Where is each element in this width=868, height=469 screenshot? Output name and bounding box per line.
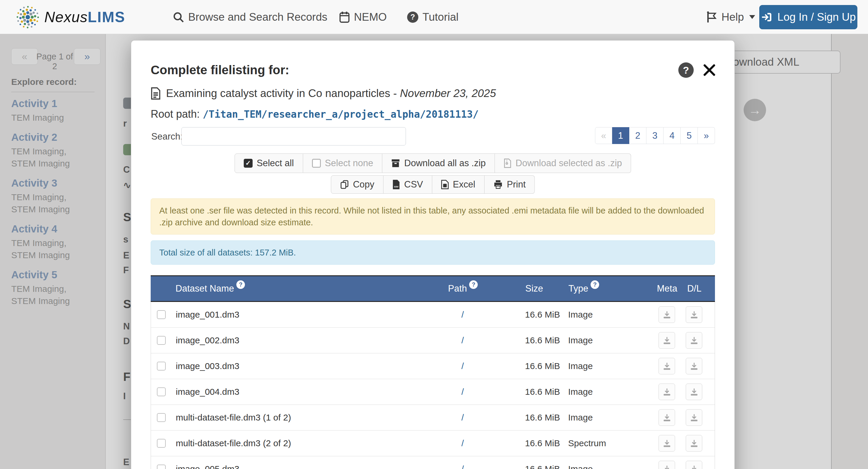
row-checkbox[interactable] bbox=[157, 310, 166, 319]
file-csv-icon: csv bbox=[392, 180, 400, 189]
nav-nemo[interactable]: NEMO bbox=[339, 0, 387, 34]
nav-help-dropdown[interactable]: Help bbox=[707, 0, 755, 34]
header-size[interactable]: Size bbox=[491, 283, 565, 294]
navbar: NexusLIMS Browse and Search Records NEMO… bbox=[0, 0, 868, 34]
download-icon bbox=[690, 336, 698, 345]
filelisting-table: Dataset Name? Path? Size Type? Meta D/L … bbox=[151, 275, 715, 469]
row-checkbox[interactable] bbox=[157, 336, 166, 345]
dataset-size: 16.6 MiB bbox=[491, 464, 565, 469]
dataset-download-button[interactable] bbox=[686, 306, 702, 323]
table-body: image_001.dm3 / 16.6 MiB Image image_002… bbox=[151, 302, 715, 469]
dataset-type: Image bbox=[565, 387, 653, 397]
table-row: image_005.dm3 / 16.6 MiB Image bbox=[151, 456, 715, 469]
dataset-path-link[interactable]: / bbox=[462, 464, 464, 469]
download-icon bbox=[663, 388, 671, 396]
help-badge-icon[interactable]: ? bbox=[469, 280, 478, 289]
row-checkbox[interactable] bbox=[157, 413, 166, 422]
download-icon bbox=[690, 362, 698, 370]
select-all-button[interactable]: ✓ Select all bbox=[235, 153, 303, 173]
pagination-page-1-button[interactable]: 1 bbox=[612, 127, 629, 144]
dataset-download-button[interactable] bbox=[686, 409, 702, 426]
download-icon bbox=[690, 439, 698, 447]
row-checkbox[interactable] bbox=[157, 465, 166, 469]
dataset-size: 16.6 MiB bbox=[491, 335, 565, 345]
dataset-path-link[interactable]: / bbox=[462, 310, 464, 319]
modal-close-icon[interactable] bbox=[703, 63, 716, 77]
help-badge-icon[interactable]: ? bbox=[236, 280, 245, 289]
file-zip-icon bbox=[504, 158, 512, 168]
dataset-download-button[interactable] bbox=[686, 358, 702, 374]
login-arrow-icon bbox=[761, 11, 773, 23]
dataset-path-link[interactable]: / bbox=[462, 438, 464, 448]
print-button[interactable]: Print bbox=[485, 175, 535, 194]
download-icon bbox=[663, 465, 671, 469]
pagination-page-3-button[interactable]: 3 bbox=[646, 127, 663, 144]
meta-download-button[interactable] bbox=[658, 358, 675, 374]
download-selected-zip-button[interactable]: Download selected as .zip bbox=[495, 153, 631, 173]
svg-text:csv: csv bbox=[394, 185, 399, 188]
file-text-icon bbox=[151, 87, 161, 100]
header-meta: Meta bbox=[653, 283, 681, 294]
meta-download-button[interactable] bbox=[658, 332, 675, 349]
search-input[interactable] bbox=[181, 127, 406, 146]
dataset-download-button[interactable] bbox=[686, 435, 702, 451]
header-type[interactable]: Type? bbox=[565, 283, 653, 294]
dataset-download-button[interactable] bbox=[686, 384, 702, 400]
dataset-type: Image bbox=[565, 335, 653, 345]
copy-button[interactable]: Copy bbox=[331, 175, 383, 194]
dataset-path-link[interactable]: / bbox=[462, 412, 464, 422]
select-none-button[interactable]: Select none bbox=[303, 153, 382, 173]
dataset-path-link[interactable]: / bbox=[462, 387, 464, 397]
row-checkbox[interactable] bbox=[157, 362, 166, 371]
printer-icon bbox=[493, 180, 503, 189]
download-all-zip-button[interactable]: Download all as .zip bbox=[382, 153, 495, 173]
dataset-name: multi-dataset-file.dm3 (1 of 2) bbox=[176, 412, 435, 422]
dataset-path-link[interactable]: / bbox=[462, 335, 464, 345]
dataset-size: 16.6 MiB bbox=[491, 310, 565, 320]
pagination-next-button[interactable]: » bbox=[698, 127, 715, 144]
copy-icon bbox=[340, 180, 349, 189]
table-row: image_004.dm3 / 16.6 MiB Image bbox=[151, 379, 715, 405]
nav-tutorial-label: Tutorial bbox=[423, 11, 459, 23]
header-dataset-name[interactable]: Dataset Name? bbox=[176, 283, 435, 294]
table-row: image_003.dm3 / 16.6 MiB Image bbox=[151, 353, 715, 379]
meta-download-button[interactable] bbox=[658, 461, 675, 469]
question-circle-icon: ? bbox=[407, 11, 418, 23]
header-path[interactable]: Path? bbox=[435, 283, 491, 294]
csv-button[interactable]: csv CSV bbox=[383, 175, 432, 194]
dataset-size: 16.6 MiB bbox=[491, 361, 565, 371]
filelisting-modal: ? Complete filelisting for: Examining ca… bbox=[131, 40, 735, 469]
meta-download-button[interactable] bbox=[658, 409, 675, 426]
pagination-page-5-button[interactable]: 5 bbox=[681, 127, 698, 144]
excel-button[interactable]: x Excel bbox=[432, 175, 485, 194]
dataset-name: image_004.dm3 bbox=[176, 387, 435, 397]
nav-tutorial[interactable]: ? Tutorial bbox=[407, 0, 459, 34]
table-header-row: Dataset Name? Path? Size Type? Meta D/L bbox=[151, 275, 715, 302]
row-checkbox[interactable] bbox=[157, 387, 166, 396]
help-badge-icon[interactable]: ? bbox=[591, 280, 599, 289]
brand-logo[interactable]: NexusLIMS bbox=[16, 5, 125, 30]
meta-download-button[interactable] bbox=[658, 384, 675, 400]
root-path-value[interactable]: /Titan_TEM/researcher_a/project_alpha/20… bbox=[203, 109, 478, 120]
nexuslims-logo-icon bbox=[16, 5, 40, 30]
nav-nemo-label: NEMO bbox=[354, 11, 387, 23]
download-icon bbox=[663, 414, 671, 422]
meta-download-button[interactable] bbox=[658, 306, 675, 323]
brand-title: NexusLIMS bbox=[44, 8, 125, 26]
dataset-download-button[interactable] bbox=[686, 332, 702, 349]
login-signup-button[interactable]: Log In / Sign Up bbox=[759, 5, 857, 29]
chevron-down-icon bbox=[749, 15, 755, 19]
download-icon bbox=[690, 388, 698, 396]
dataset-download-button[interactable] bbox=[686, 461, 702, 469]
selection-toolbar: ✓ Select all Select none Download all as… bbox=[151, 153, 715, 173]
nav-browse-and-search[interactable]: Browse and Search Records bbox=[173, 0, 327, 34]
row-checkbox[interactable] bbox=[157, 439, 166, 448]
pagination-page-4-button[interactable]: 4 bbox=[663, 127, 681, 144]
export-toolbar: Copy csv CSV x Excel Print bbox=[151, 175, 715, 194]
modal-help-icon[interactable]: ? bbox=[678, 62, 694, 78]
pagination-prev-button[interactable]: « bbox=[595, 127, 612, 144]
pagination-page-2-button[interactable]: 2 bbox=[629, 127, 646, 144]
dataset-path-link[interactable]: / bbox=[462, 361, 464, 371]
meta-download-button[interactable] bbox=[658, 435, 675, 451]
download-icon bbox=[690, 311, 698, 319]
